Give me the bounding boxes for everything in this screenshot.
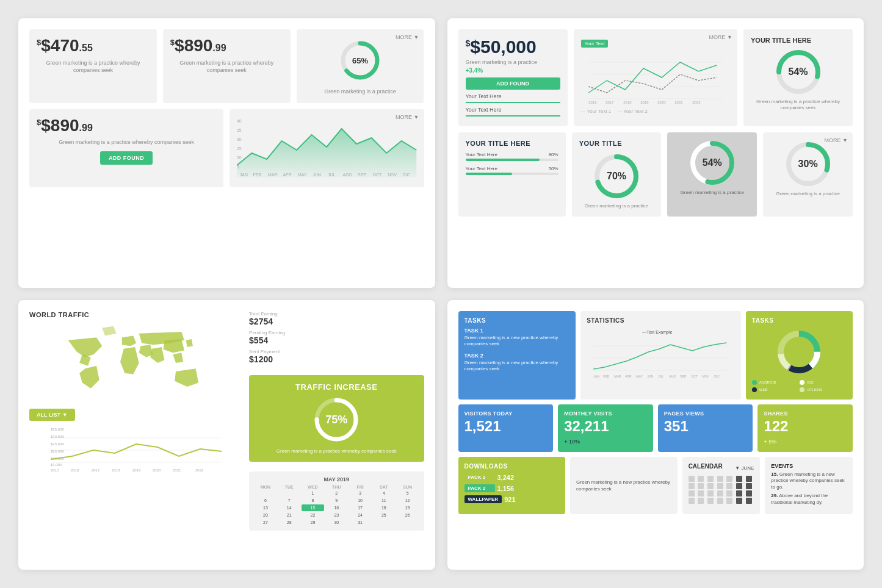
- visitors-card: VISITORS TODAY 1,521: [458, 404, 554, 452]
- earnings-section: Total Earning $2754 Pending Earning $554…: [249, 311, 424, 368]
- p3-right-section: Total Earning $2754 Pending Earning $554…: [249, 311, 424, 559]
- area-chart-svg: JAN FEB MAR APR MAY JUN JUL AGO SEP OCT …: [237, 117, 416, 177]
- svg-text:—Text Example: —Text Example: [643, 330, 673, 335]
- amount-3: $$890.99: [37, 117, 216, 135]
- panel-2: $$50,000 Green marketing is a practice +…: [447, 18, 864, 288]
- p3-left-section: WORLD TRAFFIC: [29, 311, 243, 559]
- svg-text:JAN: JAN: [240, 173, 248, 177]
- svg-text:$1,000: $1,000: [51, 463, 62, 467]
- p2-main-stat: $$50,000 Green marketing is a practice +…: [458, 29, 568, 126]
- progress-2: Your Text Here 50%: [466, 166, 558, 175]
- p2-main-pct: +3.4%: [466, 67, 560, 74]
- p2-donut-desc: Green marketing is a practice whereby co…: [751, 99, 845, 112]
- p2-bottom-title1: YOUR TITLE HERE: [466, 140, 558, 147]
- svg-text:$10,000: $10,000: [51, 457, 64, 461]
- svg-text:MAR: MAR: [268, 173, 277, 177]
- traffic-title: TRAFFIC INCREASE: [256, 382, 416, 392]
- svg-text:AGO: AGO: [343, 173, 353, 177]
- p2-right-donut: YOUR TITLE HERE 54% Green marketing is a…: [743, 29, 853, 126]
- web-dot: [752, 387, 757, 392]
- svg-text:2018: 2018: [112, 468, 120, 472]
- svg-text:40: 40: [237, 119, 242, 123]
- donut-70: 70%: [592, 152, 641, 201]
- p2-line-chart: MORE ▼ Your Text 2016 2017 2018 2019 202…: [574, 29, 738, 126]
- mini-calendar: [689, 476, 754, 504]
- svg-text:2021: 2021: [173, 468, 181, 472]
- tasks-blue-card: TASKS TASK 1 Green marketing is a new pr…: [458, 311, 576, 400]
- svg-text:APR: APR: [626, 375, 632, 378]
- calendar-month: MAY 2019: [254, 476, 419, 482]
- svg-text:DIC: DIC: [715, 375, 720, 378]
- calendar-section: CALENDAR ▼ JUNE: [682, 457, 761, 514]
- statistics-card: STATISTICS —Text Example JAN FEB MAR APR…: [580, 311, 741, 400]
- traffic-desc: Green marketing is a practice whereby co…: [256, 448, 416, 454]
- svg-text:SEP: SEP: [681, 375, 687, 378]
- downloads-desc-card: Green marketing is a new practice whereb…: [570, 457, 678, 514]
- svg-text:AUG: AUG: [670, 375, 676, 378]
- svg-text:NOV: NOV: [388, 173, 397, 177]
- donut-65: 65%: [339, 39, 381, 82]
- svg-text:2022: 2022: [195, 468, 204, 472]
- card-area-chart: MORE ▼ JAN FEB MAR APR MAY JUN JUL AGO: [230, 109, 424, 187]
- amount-2: $$890.99: [170, 37, 283, 56]
- card-amount-1: $$470.55 Green marketing is a practice w…: [29, 29, 157, 103]
- svg-text:$25,000: $25,000: [51, 442, 64, 446]
- svg-text:2022: 2022: [692, 101, 701, 104]
- tasks-green-card: TASKS ANDROID: [746, 311, 853, 400]
- svg-text:$30,000: $30,000: [51, 435, 64, 439]
- panel-3: WORLD TRAFFIC: [18, 300, 435, 570]
- world-map: [29, 323, 243, 403]
- svg-text:2017: 2017: [605, 101, 614, 104]
- p2-title: YOUR TITLE HERE: [751, 37, 845, 44]
- panel-1: $$470.55 Green marketing is a practice w…: [18, 18, 435, 288]
- svg-text:SEP: SEP: [358, 173, 366, 177]
- svg-text:2016: 2016: [71, 468, 79, 472]
- donut-54-bottom: 54%: [688, 138, 737, 187]
- ios-dot: [800, 380, 804, 385]
- donut-54-top: 54%: [774, 48, 823, 96]
- calendar-card: MAY 2019 MON TUE WED THU FRI SAT SUN 1 2…: [249, 471, 424, 531]
- tasks-donut: [775, 328, 823, 376]
- all-list-button[interactable]: ALL LIST ▼: [29, 409, 75, 421]
- add-found-button-2[interactable]: ADD FOUND: [466, 77, 560, 90]
- svg-text:$35,000: $35,000: [51, 428, 64, 431]
- downloads-card: DOWNLOADS PACK 1 3,242 PACK 2 1,156 WALL…: [458, 457, 566, 514]
- svg-text:OCT: OCT: [692, 375, 698, 378]
- your-text-tag: Your Text: [581, 40, 609, 48]
- task-2: TASK 2 Green marketing is a new practice…: [464, 353, 570, 373]
- progress-1: Your Text Here 80%: [466, 152, 558, 161]
- svg-text:DIC: DIC: [403, 173, 410, 177]
- text-item-1: Your Text Here: [466, 93, 560, 103]
- svg-text:$20,000: $20,000: [51, 450, 64, 453]
- total-earning: Total Earning $2754: [249, 311, 424, 326]
- calendar-title: CALENDAR: [689, 463, 723, 470]
- svg-text:2021: 2021: [674, 101, 683, 104]
- more-button-2[interactable]: MORE ▼: [396, 114, 419, 120]
- amount-1: $$470.55: [37, 37, 150, 56]
- calendar-grid: MON TUE WED THU FRI SAT SUN 1 2 3 4 5 6 …: [254, 485, 419, 526]
- p2-big-amount: $$50,000: [466, 37, 560, 57]
- svg-text:2015: 2015: [51, 468, 59, 472]
- p2-bottom-title2: YOUR TITLE: [579, 140, 654, 147]
- download-pack2: PACK 2 1,156: [464, 484, 560, 492]
- pages-card: PAGES VIEWS 351: [658, 404, 753, 452]
- traffic-donut: 75%: [312, 395, 361, 444]
- tasks-legend: ANDROID IOS WEB OTHERS: [752, 380, 847, 393]
- earnings-list: Total Earning $2754 Pending Earning $554…: [249, 311, 424, 368]
- card-amount-3: $$890.99 Green marketing is a practice w…: [29, 109, 223, 187]
- add-found-button-1[interactable]: ADD FOUND: [100, 151, 153, 165]
- p2-more-button[interactable]: MORE ▼: [709, 34, 732, 40]
- text-item-2: Your Text Here: [466, 107, 560, 117]
- more-button-1[interactable]: MORE ▼: [396, 34, 419, 40]
- events-section: EVENTS 15. Green marketing is a new prac…: [765, 457, 853, 514]
- p2-donut-30: MORE ▼ 30% Green marketing is a practice: [763, 132, 853, 217]
- sent-payment: Sent Payment $1200: [249, 349, 424, 364]
- shares-card: SHARES 122 + 5%: [757, 404, 853, 452]
- downloads-title: DOWNLOADS: [464, 463, 560, 470]
- android-dot: [752, 380, 757, 385]
- p4-bottom-row: DOWNLOADS PACK 1 3,242 PACK 2 1,156 WALL…: [458, 457, 853, 514]
- stats-chart: —Text Example JAN FEB MAR APR MAY JUN JU…: [587, 328, 735, 382]
- svg-text:MAR: MAR: [615, 375, 622, 378]
- card-donut-1: MORE ▼ 65% Green marketing is a practice: [297, 29, 424, 103]
- others-dot: [800, 387, 804, 392]
